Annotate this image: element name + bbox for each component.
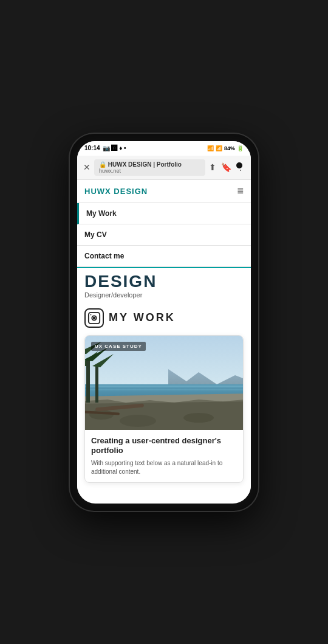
share-icon[interactable]: ⬆ — [209, 162, 216, 172]
nav-item-my-work[interactable]: My Work — [77, 203, 251, 224]
status-left: 10:14 📷 🅰 ♦ • — [84, 145, 126, 151]
camera-notch — [236, 162, 242, 168]
svg-rect-18 — [86, 360, 90, 403]
svg-point-13 — [120, 415, 156, 427]
site-navbar: HUWX DESIGN ≡ — [77, 180, 251, 203]
card-image: UX CASE STUDY — [85, 336, 243, 430]
svg-rect-20 — [95, 366, 98, 403]
status-time: 10:14 — [84, 145, 100, 151]
section-heading: MY WORK — [84, 308, 244, 328]
work-section-icon — [84, 308, 104, 328]
hamburger-menu-button[interactable]: ≡ — [237, 185, 244, 198]
wifi-icon: 📶 — [207, 145, 214, 151]
website-content: HUWX DESIGN ≡ My Work My CV Contact me D… — [77, 180, 251, 494]
svg-rect-7 — [85, 386, 243, 387]
my-work-section: MY WORK — [77, 301, 251, 488]
hero-subtitle: Designer/developer — [84, 291, 244, 299]
card-body: Creating a user-centred designer's portf… — [85, 430, 243, 483]
site-logo: HUWX DESIGN — [84, 187, 148, 196]
bookmark-icon[interactable]: 🔖 — [221, 162, 231, 172]
svg-point-2 — [94, 317, 95, 319]
status-right: 📶 📶 84% 🔋 — [207, 145, 244, 151]
phone-device: 10:14 📷 🅰 ♦ • 📶 📶 84% 🔋 ✕ 🔒 HUWX DESIGN … — [70, 134, 258, 511]
status-icons: 📷 🅰 ♦ • — [103, 145, 126, 151]
browser-top-bar: ✕ 🔒 HUWX DESIGN | Portfolio huwx.net ⬆ 🔖… — [83, 159, 245, 176]
nav-dropdown-menu: My Work My CV Contact me — [77, 203, 251, 268]
nav-item-contact[interactable]: Contact me — [77, 246, 251, 267]
browser-title: 🔒 HUWX DESIGN | Portfolio — [99, 161, 200, 168]
phone-screen: 10:14 📷 🅰 ♦ • 📶 📶 84% 🔋 ✕ 🔒 HUWX DESIGN … — [77, 141, 251, 504]
browser-address-bar[interactable]: 🔒 HUWX DESIGN | Portfolio huwx.net — [94, 159, 205, 176]
battery-level: 84% — [224, 145, 235, 151]
nav-item-my-cv[interactable]: My CV — [77, 224, 251, 246]
svg-point-14 — [183, 413, 214, 423]
browser-close-button[interactable]: ✕ — [83, 162, 91, 172]
hero-title: DESIGN — [84, 273, 244, 290]
browser-url: huwx.net — [99, 168, 200, 174]
card-badge: UX CASE STUDY — [91, 342, 146, 351]
lock-icon: 🔒 — [99, 161, 106, 168]
portfolio-card[interactable]: UX CASE STUDY Creating a user-centred de… — [84, 335, 244, 483]
signal-icon: 📶 — [216, 145, 222, 151]
section-title: MY WORK — [109, 311, 176, 324]
card-title: Creating a user-centred designer's portf… — [91, 436, 237, 457]
status-bar: 10:14 📷 🅰 ♦ • 📶 📶 84% 🔋 — [77, 141, 251, 156]
card-text: With supporting text below as a natural … — [91, 459, 237, 476]
svg-rect-8 — [85, 389, 243, 390]
battery-icon: 🔋 — [237, 145, 244, 151]
browser-chrome: ✕ 🔒 HUWX DESIGN | Portfolio huwx.net ⬆ 🔖… — [77, 156, 251, 180]
hero-section: DESIGN Designer/developer — [77, 268, 251, 301]
